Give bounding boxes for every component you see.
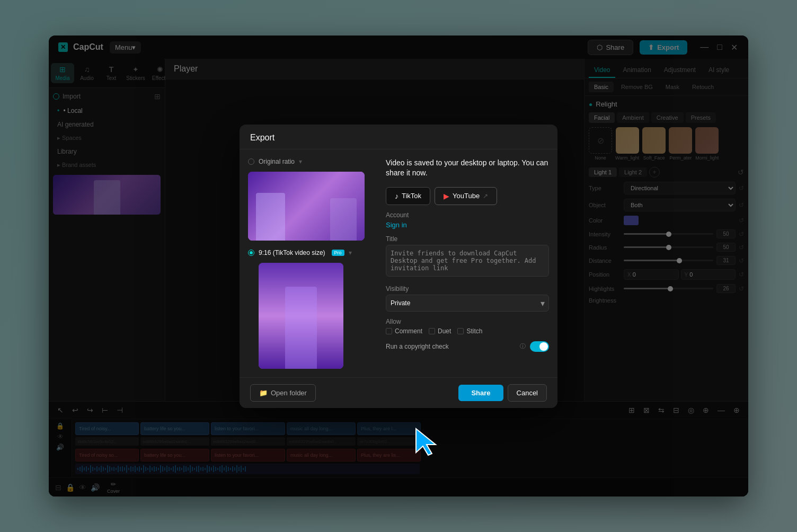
- modal-footer: 📁 Open folder Share Cancel: [240, 377, 557, 408]
- allow-stitch[interactable]: Stitch: [457, 327, 482, 335]
- tiktok-dropdown-icon[interactable]: ▾: [349, 249, 352, 256]
- platform-tiktok[interactable]: ♪ TikTok: [386, 187, 430, 205]
- modal-header: Export: [240, 125, 557, 149]
- ratio-tiktok-label: 9:16 (TikTok video size): [259, 249, 325, 256]
- visibility-label: Visibility: [386, 285, 549, 292]
- account-section: Account Sign in: [386, 211, 549, 229]
- modal-cancel-button[interactable]: Cancel: [508, 384, 547, 402]
- modal-left: Original ratio ▾ 9:16 (TikTok video size…: [248, 158, 375, 369]
- ratio-tiktok-radio: [248, 250, 254, 256]
- preview-figure-left: [256, 193, 285, 241]
- title-section: Title Invite friends to download CapCut …: [386, 235, 549, 279]
- ratio-original-label: Original ratio: [259, 158, 295, 165]
- ratio-original-dropdown[interactable]: ▾: [299, 158, 302, 165]
- open-folder-label: Open folder: [271, 389, 307, 397]
- ratio-original[interactable]: Original ratio ▾: [248, 158, 375, 165]
- duet-label: Duet: [438, 327, 451, 335]
- tiktok-platform-label: TikTok: [402, 192, 421, 200]
- platform-youtube[interactable]: ▶ YouTube ↗: [435, 187, 497, 205]
- modal-overlay[interactable]: Export Original ratio ▾: [0, 0, 797, 532]
- tiktok-vr-figure: [285, 287, 317, 369]
- modal-right: Video is saved to your desktop or laptop…: [375, 158, 549, 369]
- allow-duet[interactable]: Duet: [429, 327, 451, 335]
- modal-share-button[interactable]: Share: [458, 385, 503, 401]
- sign-in-link[interactable]: Sign in: [386, 221, 549, 229]
- stitch-checkbox: [457, 328, 464, 334]
- tiktok-platform-icon: ♪: [395, 192, 398, 200]
- copyright-section: Run a copyright check ⓘ: [386, 341, 549, 352]
- visibility-select[interactable]: Private Public Friends: [386, 295, 549, 312]
- open-folder-button[interactable]: 📁 Open folder: [250, 384, 316, 402]
- preview-tiktok: [259, 263, 343, 369]
- allow-row: Comment Duet Stitch: [386, 327, 549, 335]
- title-textarea[interactable]: Invite friends to download CapCut Deskto…: [386, 245, 549, 277]
- folder-icon: 📁: [259, 389, 268, 397]
- title-field-label: Title: [386, 235, 549, 243]
- account-label: Account: [386, 211, 549, 219]
- allow-section: Allow Comment Duet Stitch: [386, 318, 549, 335]
- modal-title: Export: [250, 133, 274, 142]
- youtube-platform-label: YouTube: [453, 192, 480, 200]
- copyright-info-icon[interactable]: ⓘ: [520, 342, 526, 350]
- duet-checkbox: [429, 328, 435, 334]
- visibility-section: Visibility Private Public Friends ▾: [386, 285, 549, 312]
- pro-badge: Pro: [332, 250, 344, 256]
- copyright-toggle[interactable]: [530, 341, 549, 352]
- preview-figure-right: [330, 198, 357, 241]
- platform-tabs: ♪ TikTok ▶ YouTube ↗: [386, 187, 549, 205]
- comment-checkbox: [386, 328, 392, 334]
- youtube-platform-icon: ▶: [444, 192, 449, 200]
- preview-original: [248, 172, 365, 241]
- youtube-external-link-icon: ↗: [483, 192, 488, 200]
- copyright-label: Run a copyright check: [386, 343, 516, 350]
- stitch-label: Stitch: [466, 327, 482, 335]
- allow-comment[interactable]: Comment: [386, 327, 422, 335]
- visibility-wrapper: Private Public Friends ▾: [386, 295, 549, 312]
- allow-label: Allow: [386, 318, 549, 325]
- ratio-original-radio: [248, 158, 254, 165]
- export-modal: Export Original ratio ▾: [240, 125, 557, 408]
- share-message: Video is saved to your desktop or laptop…: [386, 158, 549, 179]
- comment-label: Comment: [395, 327, 422, 335]
- ratio-tiktok[interactable]: 9:16 (TikTok video size) Pro ▾: [248, 249, 375, 256]
- toggle-thumb: [539, 342, 548, 351]
- modal-body: Original ratio ▾ 9:16 (TikTok video size…: [240, 149, 557, 377]
